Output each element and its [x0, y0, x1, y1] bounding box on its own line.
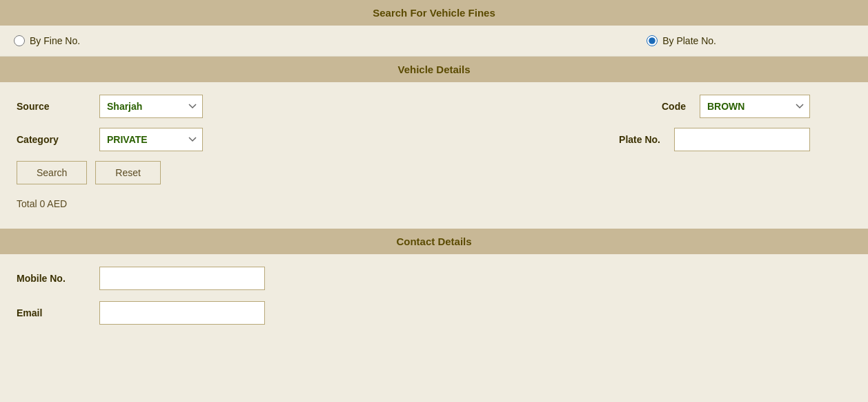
by-fine-no-option[interactable]: By Fine No.: [14, 35, 80, 46]
source-label: Source: [17, 101, 99, 112]
category-label: Category: [17, 134, 99, 145]
plate-no-input[interactable]: [674, 128, 810, 151]
category-select[interactable]: PRIVATE COMMERCIAL TAXI BUS: [99, 128, 203, 151]
contact-details-header: Contact Details: [0, 229, 868, 254]
mobile-row: Mobile No.: [17, 267, 851, 290]
source-code-row: Source Sharjah Dubai Abu Dhabi Ajman Cod…: [17, 95, 851, 118]
email-input[interactable]: [99, 301, 265, 325]
plate-no-field-group: Plate No.: [605, 128, 851, 151]
plate-no-label: Plate No.: [605, 134, 660, 145]
contact-details-section: Mobile No. Email: [0, 254, 868, 348]
category-plate-row: Category PRIVATE COMMERCIAL TAXI BUS Pla…: [17, 128, 851, 151]
mobile-input[interactable]: [99, 267, 265, 290]
total-label: Total 0 AED: [17, 194, 851, 219]
action-buttons-row: Search Reset: [17, 161, 851, 184]
reset-button[interactable]: Reset: [95, 161, 161, 184]
vehicle-details-section: Source Sharjah Dubai Abu Dhabi Ajman Cod…: [0, 82, 868, 229]
search-type-bar: By Fine No. By Plate No.: [0, 26, 868, 57]
by-plate-no-label: By Plate No.: [662, 35, 716, 46]
email-row: Email: [17, 301, 851, 325]
vehicle-details-header: Vehicle Details: [0, 57, 868, 82]
source-select[interactable]: Sharjah Dubai Abu Dhabi Ajman: [99, 95, 203, 118]
code-field-group: Code BROWN WHITE BLACK SILVER BLUE RED G…: [631, 95, 851, 118]
code-label: Code: [631, 101, 686, 112]
by-plate-no-radio[interactable]: [647, 35, 658, 46]
search-button[interactable]: Search: [17, 161, 87, 184]
page-title: Search For Vehicle Fines: [0, 0, 868, 26]
email-label: Email: [17, 307, 99, 318]
code-select[interactable]: BROWN WHITE BLACK SILVER BLUE RED GREEN: [700, 95, 810, 118]
by-fine-no-label: By Fine No.: [30, 35, 80, 46]
mobile-label: Mobile No.: [17, 273, 99, 284]
by-fine-no-radio[interactable]: [14, 35, 25, 46]
by-plate-no-option[interactable]: By Plate No.: [647, 35, 854, 46]
